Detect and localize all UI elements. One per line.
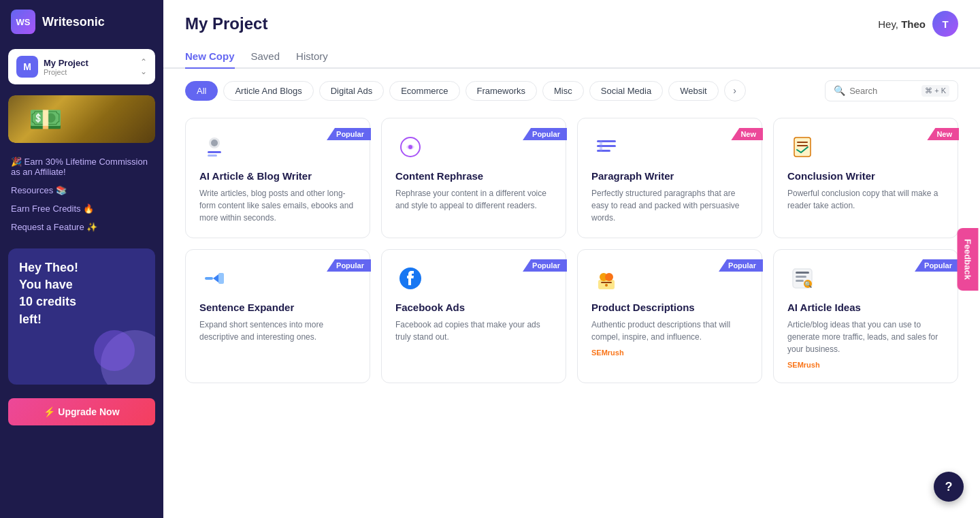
- credits-deco2: [94, 330, 135, 371]
- tab-saved[interactable]: Saved: [251, 45, 280, 67]
- card-badge: Popular: [327, 259, 371, 272]
- card-desc: Rephrase your content in a different voi…: [395, 187, 552, 212]
- cards-grid: Popular AI Article & Blog Writer Write a…: [163, 112, 980, 400]
- card-icon: [199, 263, 229, 293]
- svg-point-18: [605, 273, 613, 281]
- card-conclusion-writer[interactable]: New Conclusion Writer Powerful conclusio…: [773, 118, 958, 238]
- card-title: Content Rephrase: [395, 170, 552, 182]
- card-ai-article-ideas[interactable]: Popular 🔍 AI Article Ideas Article/blog …: [773, 249, 958, 383]
- filter-more-button[interactable]: ›: [724, 80, 746, 101]
- filter-article[interactable]: Article And Blogs: [223, 81, 313, 101]
- filter-all[interactable]: All: [185, 81, 218, 101]
- credits-line3: 10 credits: [19, 295, 76, 308]
- card-badge: New: [731, 128, 763, 140]
- card-badge: Popular: [915, 259, 959, 272]
- card-facebook-ads[interactable]: Popular Facebook Ads Facebook ad copies …: [381, 249, 566, 383]
- card-desc: Facebook ad copies that make your ads tr…: [395, 319, 552, 343]
- user-greeting: Hey, Theo T: [878, 11, 958, 37]
- card-badge: Popular: [523, 259, 567, 272]
- card-product-descriptions[interactable]: Popular Product Descriptions Authentic p…: [577, 249, 762, 383]
- filter-bar: All Article And Blogs Digital Ads Ecomme…: [163, 69, 980, 112]
- card-badge: Popular: [719, 259, 763, 272]
- filter-frameworks[interactable]: Frameworks: [466, 81, 538, 101]
- greeting-text: Hey, Theo: [878, 18, 926, 30]
- feature-link[interactable]: Request a Feature ✨: [11, 219, 152, 235]
- search-kbd: ⌘ + K: [921, 85, 949, 97]
- card-sentence-expander[interactable]: Popular Sentence Expander Expand short s…: [185, 249, 370, 383]
- chevron-down-icon: ⌃⌄: [140, 57, 147, 76]
- credits-card: Hey Theo! You have 10 credits left!: [8, 248, 155, 385]
- credits-line1: Hey Theo!: [19, 261, 78, 274]
- svg-point-20: [605, 284, 608, 287]
- main-content: My Project Hey, Theo T New Copy Saved Hi…: [163, 0, 980, 518]
- tabs: New Copy Saved History: [163, 37, 980, 69]
- card-title: Sentence Expander: [199, 302, 356, 313]
- card-icon: [395, 263, 425, 293]
- card-icon: [787, 132, 817, 162]
- svg-rect-12: [797, 145, 808, 146]
- card-title: Paragraph Writer: [591, 170, 748, 182]
- card-badge: Popular: [327, 128, 371, 140]
- card-desc: Powerful conclusion copy that will make …: [787, 187, 944, 212]
- project-info: My Project Project: [44, 58, 135, 76]
- search-icon: 🔍: [834, 85, 845, 96]
- card-icon: [591, 132, 621, 162]
- money-banner: [8, 95, 155, 143]
- card-desc: Write articles, blog posts and other lon…: [199, 187, 356, 224]
- card-title: AI Article & Blog Writer: [199, 170, 356, 182]
- svg-rect-24: [796, 280, 804, 282]
- filter-social[interactable]: Social Media: [589, 81, 663, 101]
- card-ai-article-blog-writer[interactable]: Popular AI Article & Blog Writer Write a…: [185, 118, 370, 238]
- brand-name: Writesonic: [42, 15, 105, 29]
- card-icon: [591, 263, 621, 293]
- help-button[interactable]: ?: [934, 472, 964, 502]
- semrush-label: SEMrush: [787, 361, 944, 369]
- card-title: Facebook Ads: [395, 302, 552, 313]
- resources-link[interactable]: Resources 📚: [11, 182, 152, 198]
- svg-rect-23: [796, 276, 806, 278]
- filter-website[interactable]: Websit: [668, 81, 719, 101]
- svg-rect-19: [601, 282, 612, 283]
- tab-history[interactable]: History: [296, 45, 328, 67]
- filter-misc[interactable]: Misc: [542, 81, 584, 101]
- search-box: 🔍 ⌘ + K: [825, 80, 958, 101]
- semrush-label: SEMrush: [591, 349, 748, 357]
- svg-rect-2: [208, 151, 221, 153]
- card-title: AI Article Ideas: [787, 302, 944, 313]
- user-avatar[interactable]: T: [932, 11, 958, 37]
- project-type: Project: [44, 68, 135, 76]
- svg-rect-9: [600, 140, 602, 152]
- svg-point-5: [408, 145, 412, 149]
- card-content-rephrase[interactable]: Popular Content Rephrase Rephrase your c…: [381, 118, 566, 238]
- card-badge: New: [927, 128, 959, 140]
- svg-point-1: [211, 140, 218, 146]
- page-title: My Project: [185, 14, 267, 33]
- card-badge: Popular: [523, 128, 567, 140]
- svg-rect-22: [796, 272, 809, 274]
- top-bar: My Project Hey, Theo T: [163, 0, 980, 37]
- project-selector[interactable]: M My Project Project ⌃⌄: [8, 49, 155, 84]
- card-icon: [395, 132, 425, 162]
- project-avatar: M: [16, 56, 38, 78]
- filter-digital[interactable]: Digital Ads: [319, 81, 384, 101]
- affiliate-link[interactable]: 🎉 Earn 30% Lifetime Commission as an Aff…: [11, 154, 152, 180]
- filter-ecommerce[interactable]: Ecommerce: [389, 81, 459, 101]
- upgrade-button[interactable]: ⚡ Upgrade Now: [8, 398, 155, 425]
- card-paragraph-writer[interactable]: New Paragraph Writer Perfectly structure…: [577, 118, 762, 238]
- svg-rect-14: [218, 273, 224, 284]
- card-desc: Authentic product descriptions that will…: [591, 319, 748, 343]
- svg-rect-3: [208, 155, 217, 157]
- credits-text: Hey Theo! You have 10 credits left!: [19, 259, 144, 328]
- svg-rect-13: [205, 277, 213, 280]
- sidebar-header: WS Writesonic: [0, 0, 163, 44]
- card-desc: Perfectly structured paragraphs that are…: [591, 187, 748, 224]
- card-title: Conclusion Writer: [787, 170, 944, 182]
- sidebar-banner: [8, 95, 155, 143]
- svg-text:🔍: 🔍: [804, 280, 813, 289]
- credits-link[interactable]: Earn Free Credits 🔥: [11, 201, 152, 216]
- card-icon: [199, 132, 229, 162]
- search-input[interactable]: [849, 86, 917, 96]
- feedback-tab[interactable]: Feedback: [958, 228, 979, 291]
- sidebar-links: 🎉 Earn 30% Lifetime Commission as an Aff…: [0, 148, 163, 240]
- tab-new-copy[interactable]: New Copy: [185, 45, 235, 67]
